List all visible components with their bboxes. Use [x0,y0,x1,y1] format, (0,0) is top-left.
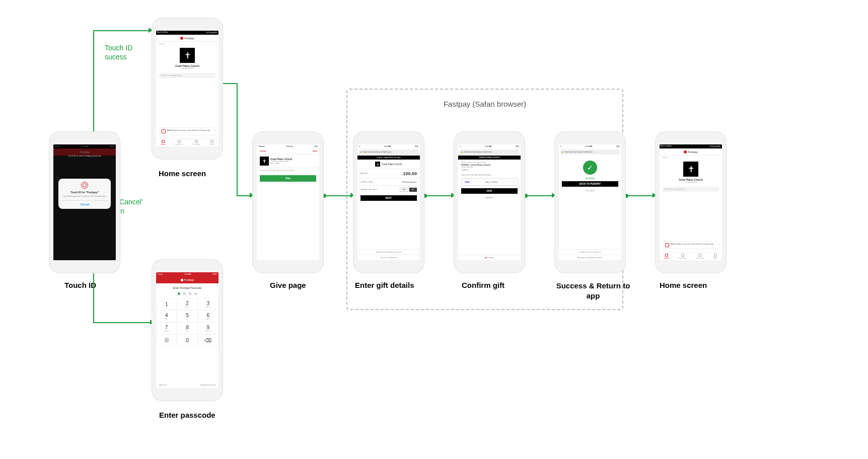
phone-enter-gift: ••9:41 AM94% 🔒https://qa.testpushpay.com… [353,132,424,273]
org-row: ✝ Great Plains Church [357,160,420,169]
last-gift: Last gift: $58.00 [181,67,194,69]
key-del[interactable]: ⌫ [198,334,219,346]
tab-home[interactable]: Home [664,254,669,259]
touchid-title: Touch ID for "Pushpay" [60,191,109,194]
status-bar: Telecom12:55 pm94% [257,144,319,148]
tab-more[interactable]: More [713,254,717,259]
caption-success: Success & Return to app [553,281,633,301]
url-bar[interactable]: 🔒https://qa.testpushpay.com/p/mosaic [560,149,620,155]
org-logo-icon: ✝ [260,157,269,166]
search-input[interactable]: Search for an organisation [159,73,215,78]
give-with-label: GIVE WITH (OR ADD NEW METHOD) [458,173,521,177]
recent-org[interactable]: ✝ Great Plains Church Last gift: $58.00 [156,46,219,71]
key-8[interactable]: 8TUV [177,322,197,334]
caption-enter-gift: Enter gift details [355,281,414,289]
status-bar: ••9:41 AM94% [458,144,521,148]
url-bar[interactable]: 🔒https://qa.testpushpay.com/p/mosaic [460,149,519,155]
status-bar: ••9:41 AM94% [357,144,420,148]
phone-home-1: Back to Safari 12:55 pm94% Pushpay Recen… [152,18,223,159]
change-link[interactable]: CHANGE [461,169,518,171]
notice-banner[interactable]: New! Register to pay your bills within t… [159,127,215,135]
phone-home-2: Back to Safari 12:55 pm94% Pushpay Recen… [656,132,726,273]
manage-link[interactable]: Manage my Pushpay account ▾ [357,249,420,255]
back-to-safari[interactable]: Back to Safari [157,31,168,33]
tab-favourites[interactable]: Favourites [679,254,687,259]
caption-confirm: Confirm gift [462,281,504,289]
app-header: Pushpay [156,35,219,42]
key-fp[interactable] [156,334,177,346]
prompt-behind: Touch ID or enter Pushpay passcode [53,155,116,157]
terms-link[interactable]: Terms & Conditions ▾ [357,255,420,260]
key-3[interactable]: 3DEF [198,298,219,310]
notice-icon [665,243,669,247]
group-title: Fastpay (Safari browser) [346,100,623,108]
fingerprint-icon [81,182,88,189]
app-header: Pushpay [660,148,722,156]
type-row[interactable]: GIVING TYPES General giving ▾ [357,178,420,186]
search-input[interactable]: Search for an organisation [663,187,719,192]
repeat-no[interactable]: NO [409,188,417,192]
give-button[interactable]: GIVE [461,188,518,194]
keypad: 1 2ABC 3DEF 4GHI 5JKL 6MNO 7PQRS 8TUV 9W… [156,298,219,381]
give-button[interactable]: Give [260,175,316,182]
app-header: Pushpay [156,276,219,283]
key-7[interactable]: 7PQRS [156,322,177,334]
cancel-link[interactable]: CANCEL [458,195,521,200]
passcode-prompt: Enter Pushpay Passcode [156,283,219,289]
key-4[interactable]: 4GHI [156,310,177,322]
status-bar: Carrier9:41 AM100% [156,272,219,276]
confirm-text: Please confirm your gift of USD $100.00 … [458,160,521,173]
org-card[interactable]: ✝ Great Plains Church 23 19 St, Lawrence… [257,155,319,168]
back-to-app-button[interactable]: BACK TO PUSHPAY [562,181,618,187]
status-bar: ••9:41 AM94% [559,144,621,148]
key-9[interactable]: 9WXYZ [198,322,219,334]
pushpay-footer: ◉ Pushpay [458,255,521,260]
tab-recurring[interactable]: Recurring [696,254,704,259]
status-bar: Back to Safari 12:55 pm94% [156,31,219,35]
back-home[interactable]: ‹ Home [259,150,266,152]
touchid-modal: Touch ID for "Pushpay" Use your fingerpr… [58,179,111,209]
back-to-safari[interactable]: Back to Safari [661,145,672,147]
tab-more[interactable]: More [210,140,214,145]
tab-favourites[interactable]: Favourites [175,140,183,145]
give-hint: Press Give to make a gift to Church of J… [257,168,319,173]
phone-passcode: Carrier9:41 AM100% Pushpay Enter Pushpay… [152,260,223,401]
passcode-dots [156,289,219,298]
org-banner: GREAT PLAINS CHURCH [458,156,521,160]
repeat-yes[interactable]: YES [400,188,408,192]
key-5[interactable]: 5JKL [177,310,197,322]
sign-out-link[interactable]: Sign out [159,384,167,386]
manage-link[interactable]: Manage my Pushpay account ▾ [559,255,621,260]
tab-recurring[interactable]: Recurring [193,140,200,145]
label-touchid-success: Touch ID sucess [105,43,132,61]
forget-link[interactable]: Forget me on this device ▾ [559,249,621,255]
notice-banner[interactable]: New! Register to pay your bills within t… [663,241,719,249]
step-banner: To give, simply follow the steps [357,156,420,160]
recent-label: Recent [660,156,722,160]
tab-bar: Home Favourites Recurring More [660,252,722,260]
caption-home-2: Home screen [660,281,707,289]
phone-give: Telecom12:55 pm94% ‹ Home Give ✝ Great P… [253,132,323,273]
give-action[interactable]: Give [313,150,317,152]
card-select[interactable]: VISA Visa (...1111) ▾ [461,178,518,186]
touchid-cancel-button[interactable]: Cancel [60,200,109,206]
key-1[interactable]: 1 [156,298,177,310]
key-0[interactable]: 0 [177,334,197,346]
amount-row[interactable]: AMOUNT $ 100.00 [357,169,420,178]
phone-success: ••9:41 AM94% 🔒https://qa.testpushpay.com… [555,132,625,273]
org-logo-icon: ✝ [375,162,380,167]
key-6[interactable]: 6MNO [198,310,219,322]
success-icon: ✓ [583,161,597,175]
repeat-row: REPEAT THIS GIFT? YES NO [357,186,420,194]
url-bar[interactable]: 🔒https://qa.testpushpay.com/p/mosaic [359,149,418,155]
next-button[interactable]: NEXT [360,195,417,201]
recent-org[interactable]: ✝ Great Plains Church Last gift: $58.00 [660,160,722,185]
caption-touch-id: Touch ID [64,281,96,289]
tab-bar: Home Favourites Recurring More [156,138,219,146]
key-2[interactable]: 2ABC [177,298,197,310]
give-again-link[interactable]: Give again [559,188,621,193]
caption-give: Give page [270,281,306,289]
forgot-link[interactable]: Forgot passcode [200,384,215,386]
tab-home[interactable]: Home [161,140,165,145]
caption-passcode: Enter passcode [159,411,215,419]
